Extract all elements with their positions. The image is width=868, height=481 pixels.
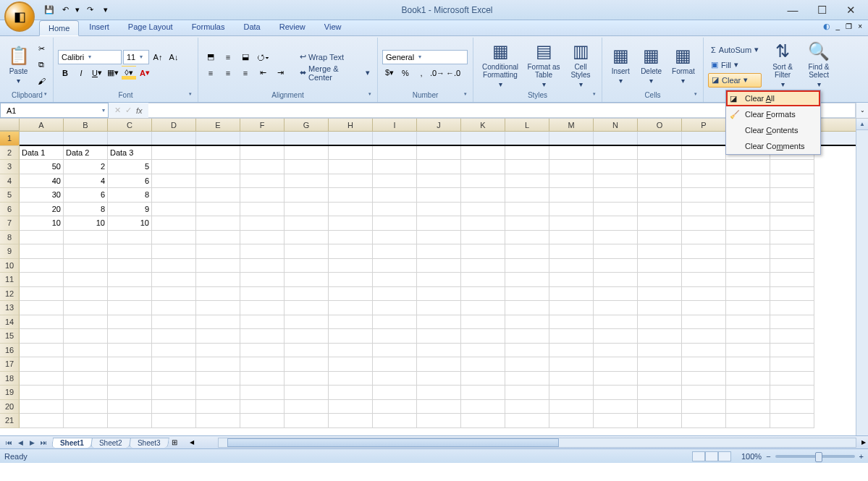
cell-O16[interactable]	[638, 344, 682, 358]
tab-formulas[interactable]: Formulas	[183, 20, 234, 35]
cell-P19[interactable]	[682, 386, 726, 400]
cell-K4[interactable]	[461, 174, 505, 189]
tab-insert[interactable]: Insert	[80, 20, 118, 35]
cell-O10[interactable]	[638, 259, 682, 273]
cell-D16[interactable]	[152, 344, 196, 358]
cell-F11[interactable]	[240, 273, 285, 287]
shrink-font-button[interactable]: A↓	[167, 50, 181, 64]
sheet-nav-last-icon[interactable]: ⏭	[38, 439, 49, 446]
row-header-12[interactable]: 12	[0, 287, 20, 302]
cell-I15[interactable]	[373, 329, 417, 344]
close-workbook-icon[interactable]: ×	[858, 22, 862, 30]
cell-K15[interactable]	[461, 329, 505, 344]
cell-C21[interactable]	[108, 414, 152, 428]
tab-home[interactable]: Home	[39, 20, 79, 36]
page-layout-view-icon[interactable]	[705, 451, 718, 461]
cell-R15[interactable]	[770, 329, 814, 344]
cell-A15[interactable]	[20, 329, 64, 344]
zoom-in-icon[interactable]: +	[859, 452, 864, 461]
cell-L7[interactable]	[505, 216, 549, 231]
cell-P15[interactable]	[682, 329, 726, 344]
cell-B5[interactable]: 6	[64, 188, 108, 203]
zoom-out-icon[interactable]: −	[766, 452, 770, 461]
cell-F20[interactable]	[240, 400, 285, 414]
cell-H13[interactable]	[329, 301, 373, 315]
cell-P8[interactable]	[682, 231, 726, 245]
cell-R19[interactable]	[770, 386, 814, 400]
delete-cells-button[interactable]: ▦Delete▾	[637, 41, 665, 89]
col-header-O[interactable]: O	[638, 119, 682, 131]
cell-B20[interactable]	[64, 400, 108, 414]
cell-L5[interactable]	[505, 188, 549, 203]
cell-O8[interactable]	[638, 231, 682, 245]
new-sheet-icon[interactable]: ⊞	[172, 438, 177, 446]
cell-G7[interactable]	[285, 216, 329, 231]
cell-A9[interactable]	[20, 244, 64, 259]
fill-button[interactable]: ▣Fill ▾	[708, 58, 762, 72]
hscroll-left-icon[interactable]: ◀	[187, 439, 196, 446]
cell-H2[interactable]	[329, 146, 373, 161]
cell-I20[interactable]	[373, 400, 417, 414]
cell-D21[interactable]	[152, 414, 196, 428]
close-button[interactable]: ✕	[840, 4, 861, 17]
page-break-view-icon[interactable]	[718, 451, 731, 461]
cell-R10[interactable]	[770, 259, 814, 273]
cell-R11[interactable]	[770, 273, 814, 287]
cell-J19[interactable]	[417, 386, 461, 400]
row-header-9[interactable]: 9	[0, 244, 20, 259]
cell-R7[interactable]	[770, 216, 814, 231]
cell-J15[interactable]	[417, 329, 461, 344]
cell-Q21[interactable]	[726, 414, 770, 428]
cell-G6[interactable]	[285, 203, 329, 217]
cell-P4[interactable]	[682, 174, 726, 189]
cell-I10[interactable]	[373, 259, 417, 273]
cell-C16[interactable]	[108, 344, 152, 358]
select-all-corner[interactable]	[0, 119, 20, 131]
cell-M14[interactable]	[549, 315, 594, 330]
cell-E5[interactable]	[196, 188, 240, 203]
number-format-combo[interactable]: General	[382, 50, 468, 64]
cell-P5[interactable]	[682, 188, 726, 203]
cell-Q18[interactable]	[726, 372, 770, 386]
cell-G11[interactable]	[285, 273, 329, 287]
cell-G16[interactable]	[285, 344, 329, 358]
cell-D17[interactable]	[152, 357, 196, 372]
cell-R14[interactable]	[770, 315, 814, 330]
cell-D19[interactable]	[152, 386, 196, 400]
cell-F17[interactable]	[240, 357, 285, 372]
help-icon[interactable]: ◐	[823, 22, 830, 31]
row-header-19[interactable]: 19	[0, 386, 20, 400]
cell-N16[interactable]	[594, 344, 638, 358]
cell-A2[interactable]: Data 1	[20, 146, 64, 161]
cell-E11[interactable]	[196, 273, 240, 287]
border-button[interactable]: ▦▾	[106, 66, 120, 80]
cell-N5[interactable]	[594, 188, 638, 203]
cell-G8[interactable]	[285, 231, 329, 245]
cell-F13[interactable]	[240, 301, 285, 315]
cell-K6[interactable]	[461, 203, 505, 217]
cell-R17[interactable]	[770, 357, 814, 372]
row-header-4[interactable]: 4	[0, 174, 20, 189]
cell-Q11[interactable]	[726, 273, 770, 287]
increase-indent-button[interactable]: ⇥	[272, 66, 288, 80]
cell-styles-button[interactable]: ▥Cell Styles▾	[565, 41, 597, 89]
cell-J13[interactable]	[417, 301, 461, 315]
cell-A4[interactable]: 40	[20, 174, 64, 189]
cell-I2[interactable]	[373, 146, 417, 161]
cell-Q14[interactable]	[726, 315, 770, 330]
cell-I16[interactable]	[373, 344, 417, 358]
cell-J18[interactable]	[417, 372, 461, 386]
sheet-tab-sheet2[interactable]: Sheet2	[90, 438, 131, 448]
cell-M10[interactable]	[549, 259, 594, 273]
col-header-G[interactable]: G	[285, 119, 329, 131]
cell-K21[interactable]	[461, 414, 505, 428]
cell-D18[interactable]	[152, 372, 196, 386]
cell-Q19[interactable]	[726, 386, 770, 400]
cell-H3[interactable]	[329, 160, 373, 174]
wrap-text-button[interactable]: ↩Wrap Text	[297, 50, 373, 64]
cell-J4[interactable]	[417, 174, 461, 189]
cell-L18[interactable]	[505, 372, 549, 386]
cell-F12[interactable]	[240, 287, 285, 302]
cell-G5[interactable]	[285, 188, 329, 203]
cell-E21[interactable]	[196, 414, 240, 428]
